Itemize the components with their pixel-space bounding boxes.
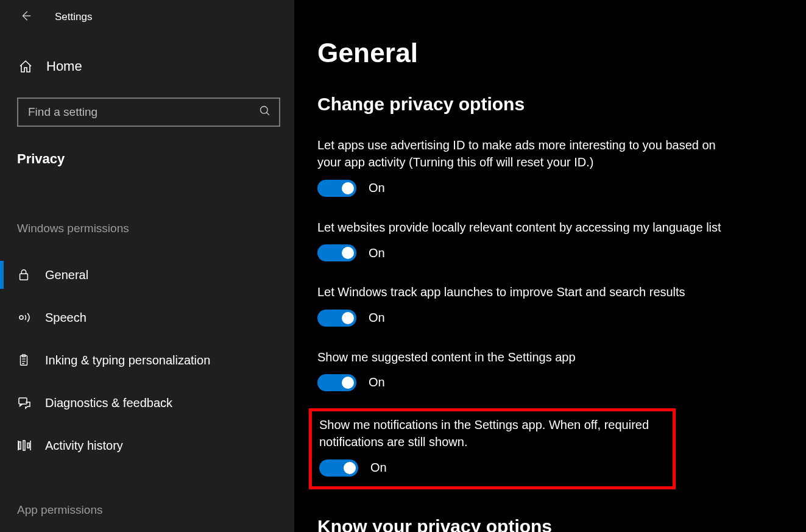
home-label: Home: [46, 59, 82, 74]
nav-item-label: Activity history: [45, 439, 123, 453]
clipboard-icon: [17, 353, 37, 367]
nav-item-label: Speech: [45, 311, 87, 325]
page-title: General: [317, 38, 782, 68]
section-title-change-privacy: Change privacy options: [317, 94, 782, 115]
setting-language-list: Let websites provide locally relevant co…: [317, 219, 723, 261]
nav-item-activity[interactable]: Activity history: [0, 424, 294, 467]
titlebar: Settings: [0, 5, 294, 29]
app-title: Settings: [55, 11, 92, 23]
nav-item-label: Diagnostics & feedback: [45, 396, 172, 410]
setting-notifications: Show me notifications in the Settings ap…: [319, 416, 665, 477]
toggle-row: On: [317, 244, 723, 261]
toggle-row: On: [319, 459, 665, 477]
setting-desc: Let websites provide locally relevant co…: [317, 219, 723, 236]
setting-desc: Show me notifications in the Settings ap…: [319, 416, 665, 451]
highlight-annotation: Show me notifications in the Settings ap…: [309, 408, 676, 489]
toggle-notifications[interactable]: [319, 459, 358, 477]
toggle-track-launches[interactable]: [317, 310, 356, 327]
setting-track-launches: Let Windows track app launches to improv…: [317, 283, 723, 326]
search-wrap: [17, 98, 281, 127]
toggle-state-label: On: [370, 461, 387, 475]
home-icon: [18, 59, 37, 74]
nav-item-speech[interactable]: Speech: [0, 296, 294, 339]
nav-item-diagnostics[interactable]: Diagnostics & feedback: [0, 381, 294, 424]
section-header-windows-permissions: Windows permissions: [17, 222, 294, 235]
toggle-advertising-id[interactable]: [317, 180, 356, 197]
nav-item-general[interactable]: General: [0, 254, 294, 296]
setting-desc: Let Windows track app launches to improv…: [317, 283, 723, 300]
nav-item-label: General: [45, 268, 88, 282]
svg-point-2: [19, 316, 23, 319]
toggle-row: On: [317, 180, 723, 197]
nav-item-inking[interactable]: Inking & typing personalization: [0, 339, 294, 381]
activity-icon: [17, 438, 37, 453]
back-button[interactable]: [13, 5, 38, 29]
home-nav[interactable]: Home: [18, 59, 294, 74]
toggle-state-label: On: [369, 311, 385, 325]
setting-advertising-id: Let apps use advertising ID to make ads …: [317, 137, 723, 197]
section-title-know-your-privacy: Know your privacy options: [317, 516, 782, 532]
search-input[interactable]: [17, 98, 280, 127]
svg-rect-5: [19, 398, 27, 404]
toggle-language-list[interactable]: [317, 244, 356, 261]
toggle-row: On: [317, 374, 723, 391]
svg-rect-1: [20, 274, 28, 280]
setting-desc: Let apps use advertising ID to make ads …: [317, 137, 723, 171]
back-arrow-icon: [19, 9, 32, 25]
toggle-suggested-content[interactable]: [317, 374, 356, 391]
toggle-state-label: On: [369, 246, 385, 260]
feedback-icon: [17, 395, 37, 410]
toggle-state-label: On: [369, 181, 385, 195]
toggle-row: On: [317, 310, 723, 327]
sidebar: Settings Home Privacy Windows permission…: [0, 0, 294, 532]
area-label: Privacy: [17, 151, 294, 167]
section-header-app-permissions: App permissions: [17, 503, 294, 517]
lock-icon: [17, 268, 37, 282]
setting-desc: Show me suggested content in the Setting…: [317, 349, 723, 366]
nav-item-label: Inking & typing personalization: [45, 353, 210, 367]
speech-icon: [17, 310, 37, 325]
setting-suggested-content: Show me suggested content in the Setting…: [317, 349, 723, 391]
main-content: General Change privacy options Let apps …: [294, 0, 806, 532]
toggle-state-label: On: [369, 375, 385, 389]
nav-list: General Speech Inking & typing personali…: [0, 254, 294, 467]
